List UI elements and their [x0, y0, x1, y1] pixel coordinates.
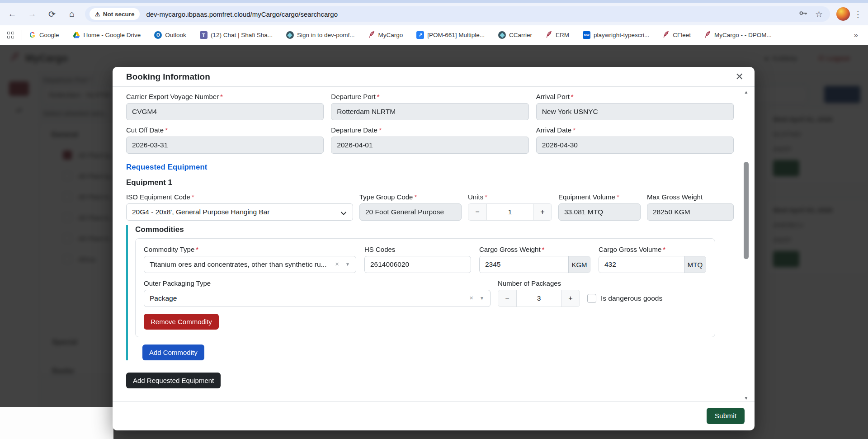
field-cargo-gross-weight: Cargo Gross Weight* 2345 KGM: [479, 245, 590, 273]
equipment-grid: ISO Equipment Code* 20G4 - 20x8', Genera…: [126, 193, 734, 221]
outer-packaging-type-select[interactable]: Package × ▼: [144, 290, 491, 307]
bookmark-mycargo-dpom[interactable]: MyCargo - - DPOM...: [704, 31, 772, 40]
bookmark-ccarrier[interactable]: CCarrier: [498, 31, 532, 39]
packages-decrement-button[interactable]: −: [498, 290, 516, 307]
scrollbar-thumb[interactable]: [744, 162, 749, 259]
cargo-gross-weight-input[interactable]: 2345: [480, 256, 568, 273]
packages-increment-button[interactable]: +: [561, 290, 580, 307]
departure-port-input[interactable]: Rotterdam NLRTM: [331, 103, 528, 120]
refresh-icon[interactable]: ⟳: [44, 6, 60, 22]
profile-avatar[interactable]: [836, 7, 850, 21]
bookmark-cfleet[interactable]: CFleet: [663, 31, 691, 40]
forward-icon[interactable]: →: [24, 6, 40, 22]
hs-codes-input[interactable]: 2614006020: [364, 256, 471, 273]
bookmark-teams-chat[interactable]: T (12) Chat | Shafi Sha...: [200, 31, 273, 39]
home-icon[interactable]: ⌂: [64, 6, 80, 22]
bookmark-label: CCarrier: [509, 32, 532, 38]
caret-down-icon[interactable]: ▼: [345, 262, 350, 267]
feather-icon: [663, 31, 670, 40]
field-departure-date: Departure Date* 2026-04-01: [331, 126, 528, 154]
packages-stepper: − 3 +: [498, 290, 580, 307]
modal-header: Booking Information ✕: [113, 67, 755, 87]
add-commodity-button[interactable]: Add Commodity: [142, 345, 204, 360]
add-requested-equipment-button[interactable]: Add Requested Equipment: [126, 373, 221, 388]
feather-icon: [546, 31, 552, 40]
bookmark-label: Outlook: [165, 32, 186, 38]
scroll-up-icon[interactable]: ▲: [743, 90, 750, 94]
modal-title: Booking Information: [126, 72, 210, 82]
bookmark-mycargo[interactable]: MyCargo: [368, 31, 403, 40]
url-text[interactable]: dev-mycargo.ibpaas.pomfret.cloud/myCargo…: [146, 10, 798, 18]
jira-icon: ↗: [416, 31, 424, 39]
close-icon[interactable]: ✕: [736, 72, 744, 82]
dangerous-goods-checkbox[interactable]: [587, 294, 596, 303]
weight-unit-addon: KGM: [568, 256, 590, 273]
cargo-gross-volume-input[interactable]: 432: [599, 256, 684, 273]
bookmark-google-drive[interactable]: Home - Google Drive: [73, 31, 141, 39]
bookmark-playwright[interactable]: box playwright-typescri...: [583, 31, 649, 39]
submit-button[interactable]: Submit: [707, 408, 745, 424]
feather-icon: [704, 31, 711, 40]
equipment-volume-input[interactable]: 33.081 MTQ: [558, 203, 641, 221]
modal-scrollbar[interactable]: ▲ ▼: [743, 90, 750, 401]
type-group-code-input[interactable]: 20 Foot General Purpose: [359, 203, 462, 221]
password-key-icon[interactable]: [798, 8, 808, 20]
browser-menu-icon[interactable]: ⋮: [852, 9, 864, 19]
warning-icon: ⚠: [95, 11, 100, 18]
box-icon: box: [583, 31, 590, 39]
page-bottom-gap: [0, 407, 113, 439]
feather-icon: [368, 31, 375, 40]
signin-icon: [286, 31, 294, 39]
dangerous-goods-field: Is dangerous goods: [587, 290, 691, 307]
caret-down-icon[interactable]: ▼: [480, 296, 484, 301]
bookmark-signin[interactable]: Sign in to dev-pomf...: [286, 31, 355, 39]
field-type-group-code: Type Group Code* 20 Foot General Purpose: [359, 193, 462, 221]
units-value-input[interactable]: 1: [486, 204, 533, 220]
field-arrival-date: Arrival Date* 2026-04-30: [536, 126, 734, 154]
units-decrement-button[interactable]: −: [468, 204, 486, 220]
security-chip-label: Not secure: [103, 11, 135, 18]
field-commodity-type: Commodity Type* Titanium ores and concen…: [144, 245, 356, 273]
bookmark-erm[interactable]: ERM: [546, 31, 569, 40]
clear-icon[interactable]: ×: [469, 294, 473, 302]
scroll-down-icon[interactable]: ▼: [743, 396, 750, 401]
bookmarks-overflow-icon[interactable]: »: [854, 31, 858, 40]
back-icon[interactable]: ←: [5, 6, 20, 22]
bookmark-star-icon[interactable]: ☆: [815, 9, 823, 19]
iso-equipment-code-select[interactable]: 20G4 - 20x8', General Purpose Hanging Ba…: [126, 203, 353, 221]
max-gross-weight-input[interactable]: 28250 KGM: [647, 203, 734, 221]
requested-equipment-heading: Requested Equipment: [126, 163, 734, 172]
arrival-date-input[interactable]: 2026-04-30: [536, 137, 734, 154]
field-carrier-export-voyage: Carrier Export Voyage Number* CVGM4: [126, 93, 324, 120]
security-chip[interactable]: ⚠ Not secure: [90, 8, 140, 20]
departure-date-input[interactable]: 2026-04-01: [331, 137, 528, 154]
clear-icon[interactable]: ×: [335, 260, 339, 268]
units-increment-button[interactable]: +: [533, 204, 552, 220]
field-equipment-volume: Equipment Volume* 33.081 MTQ: [558, 193, 641, 221]
carrier-export-voyage-input[interactable]: CVGM4: [126, 103, 324, 120]
bookmark-jira[interactable]: ↗ [POM-661] Multiple...: [416, 31, 485, 39]
bookmark-label: Sign in to dev-pomf...: [297, 32, 355, 38]
units-stepper: − 1 +: [468, 203, 552, 221]
packages-value-input[interactable]: 3: [516, 290, 561, 307]
bookmarks-separator: [22, 30, 22, 40]
apps-grid-icon[interactable]: [7, 32, 14, 39]
address-bar[interactable]: ⚠ Not secure dev-mycargo.ibpaas.pomfret.…: [85, 6, 830, 22]
commodity-card: Commodity Type* Titanium ores and concen…: [135, 238, 715, 337]
dangerous-goods-label: Is dangerous goods: [601, 294, 662, 302]
field-cut-off-date: Cut Off Date* 2026-03-31: [126, 126, 324, 154]
cut-off-date-input[interactable]: 2026-03-31: [126, 137, 324, 154]
bookmark-outlook[interactable]: O Outlook: [154, 31, 186, 39]
remove-commodity-button[interactable]: Remove Commodity: [144, 314, 219, 330]
modal-body: Carrier Export Voyage Number* CVGM4 Depa…: [113, 87, 755, 401]
field-units: Units* − 1 +: [468, 193, 552, 221]
commodities-heading: Commodities: [135, 225, 734, 234]
equipment-1-heading: Equipment 1: [126, 178, 734, 187]
drive-icon: [73, 31, 80, 39]
bookmark-label: MyCargo: [378, 32, 403, 38]
bookmark-google[interactable]: G Google: [28, 31, 59, 39]
bookmark-label: playwright-typescri...: [594, 32, 649, 38]
arrival-port-input[interactable]: New York USNYC: [536, 103, 734, 120]
commodity-type-select[interactable]: Titanium ores and concentrates, other th…: [144, 256, 356, 273]
field-cargo-gross-volume: Cargo Gross Volume* 432 MTQ: [599, 245, 706, 273]
